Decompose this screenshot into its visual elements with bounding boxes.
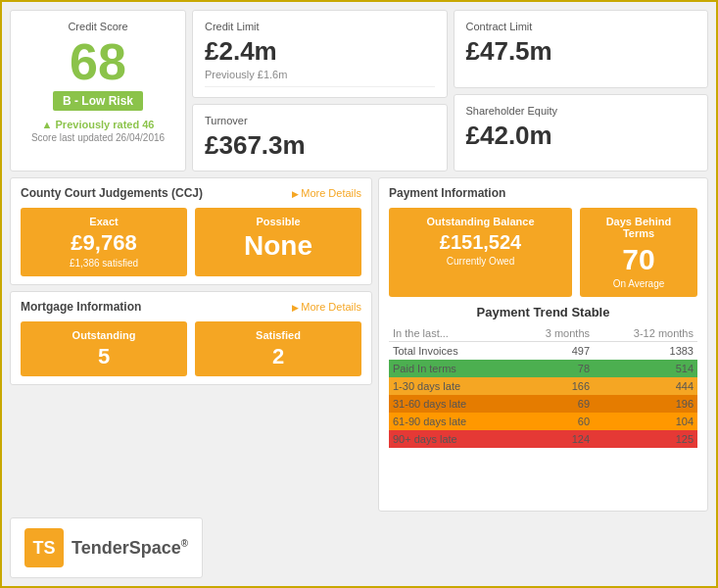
ccj-title: County Court Judgements (CCJ) <box>21 186 203 200</box>
dashboard: Credit Score 68 B - Low Risk Previously … <box>0 0 718 588</box>
outstanding-balance-value: £151,524 <box>399 231 562 253</box>
payment-info-panel: Payment Information Outstanding Balance … <box>378 177 708 512</box>
shareholder-equity-value: £42.0m <box>466 121 696 151</box>
table-col3: 3-12 months <box>594 325 697 342</box>
payment-table: In the last... 3 months 3-12 months Tota… <box>389 325 697 448</box>
credit-limit-label: Credit Limit <box>205 21 435 32</box>
credit-score-card: Credit Score 68 B - Low Risk Previously … <box>10 10 186 172</box>
middle-row: County Court Judgements (CCJ) More Detai… <box>10 177 708 512</box>
credit-score-value: 68 <box>23 36 173 87</box>
ccj-exact-label: Exact <box>30 216 177 227</box>
credit-score-updated: Score last updated 26/04/2016 <box>23 132 173 143</box>
credit-score-previously: Previously rated 46 <box>23 119 173 130</box>
payment-trend: Payment Trend Stable <box>389 305 697 319</box>
mortgage-title: Mortgage Information <box>21 300 141 314</box>
outstanding-balance-box: Outstanding Balance £151,524 Currently O… <box>389 208 572 297</box>
credit-limit-card: Credit Limit £2.4m Previously £1.6m <box>192 10 448 98</box>
table-cell: 104 <box>594 413 697 430</box>
shareholder-equity-card: Shareholder Equity £42.0m <box>454 94 709 172</box>
ccj-exact-box: Exact £9,768 £1,386 satisfied <box>21 208 187 276</box>
contract-limit-card: Contract Limit £47.5m <box>454 10 709 88</box>
table-cell: 514 <box>594 360 697 377</box>
payment-boxes: Outstanding Balance £151,524 Currently O… <box>389 208 697 297</box>
table-cell: 444 <box>594 377 697 395</box>
middle-col: Credit Limit £2.4m Previously £1.6m Turn… <box>192 10 448 172</box>
turnover-label: Turnover <box>205 115 435 126</box>
top-row: Credit Score 68 B - Low Risk Previously … <box>10 10 708 172</box>
mortgage-outstanding-box: Outstanding 5 <box>21 321 187 376</box>
payment-info-header: Payment Information <box>389 186 697 200</box>
table-cell: 69 <box>513 395 594 413</box>
ccj-more-details[interactable]: More Details <box>292 187 361 199</box>
ccj-possible-box: Possible None <box>195 208 361 276</box>
table-cell: 124 <box>513 430 594 448</box>
table-cell: 61-90 days late <box>389 413 513 430</box>
mortgage-header: Mortgage Information More Details <box>21 300 361 314</box>
contract-limit-value: £47.5m <box>466 36 696 67</box>
logo-name: TenderSpace® <box>72 538 188 559</box>
payment-trend-prefix: Payment Trend <box>477 305 568 319</box>
shareholder-equity-label: Shareholder Equity <box>466 105 696 117</box>
outstanding-balance-sub: Currently Owed <box>399 256 562 267</box>
table-cell: 497 <box>513 342 594 361</box>
mortgage-more-details[interactable]: More Details <box>292 301 361 313</box>
ccj-possible-label: Possible <box>205 216 352 227</box>
days-behind-sub: On Average <box>590 278 688 289</box>
mortgage-outstanding-value: 5 <box>30 345 177 368</box>
credit-limit-value: £2.4m <box>205 36 435 67</box>
table-cell: 78 <box>513 360 594 377</box>
table-cell: 125 <box>594 430 697 448</box>
mortgage-panel: Mortgage Information More Details Outsta… <box>10 291 372 385</box>
table-cell: 1-30 days late <box>389 377 513 395</box>
right-col: Contract Limit £47.5m Shareholder Equity… <box>454 10 709 172</box>
table-cell: 31-60 days late <box>389 395 513 413</box>
table-cell: 166 <box>513 377 594 395</box>
turnover-value: £367.3m <box>205 130 435 161</box>
table-cell: Total Invoices <box>389 342 513 361</box>
mortgage-satisfied-label: Satisfied <box>205 329 352 341</box>
contract-limit-label: Contract Limit <box>466 21 696 32</box>
ccj-panel: County Court Judgements (CCJ) More Detai… <box>10 177 372 285</box>
ccj-exact-sub: £1,386 satisfied <box>30 258 177 269</box>
credit-score-label: Credit Score <box>23 21 173 32</box>
ccj-header: County Court Judgements (CCJ) More Detai… <box>21 186 361 200</box>
days-behind-value: 70 <box>590 243 688 275</box>
right-col-mid: Payment Information Outstanding Balance … <box>378 177 708 512</box>
turnover-card: Turnover £367.3m <box>192 104 448 172</box>
payment-info-title: Payment Information <box>389 186 505 200</box>
payment-trend-value: Stable <box>571 305 609 319</box>
mortgage-boxes: Outstanding 5 Satisfied 2 <box>21 321 361 376</box>
table-cell: 196 <box>594 395 697 413</box>
outstanding-balance-label: Outstanding Balance <box>399 216 562 227</box>
mortgage-outstanding-label: Outstanding <box>30 329 177 341</box>
days-behind-box: Days Behind Terms 70 On Average <box>580 208 697 297</box>
bottom-row: TS TenderSpace® <box>10 517 708 578</box>
table-col1: In the last... <box>389 325 513 342</box>
logo-area: TS TenderSpace® <box>10 517 203 578</box>
table-cell: Paid In terms <box>389 360 513 377</box>
days-behind-label: Days Behind Terms <box>590 216 688 239</box>
ccj-boxes: Exact £9,768 £1,386 satisfied Possible N… <box>21 208 361 276</box>
mortgage-satisfied-value: 2 <box>205 345 352 368</box>
ccj-exact-value: £9,768 <box>30 231 177 255</box>
table-cell: 60 <box>513 413 594 430</box>
left-col-mid: County Court Judgements (CCJ) More Detai… <box>10 177 372 512</box>
logo-icon: TS <box>24 528 64 567</box>
mortgage-satisfied-box: Satisfied 2 <box>195 321 361 376</box>
table-col2: 3 months <box>513 325 594 342</box>
credit-score-badge: B - Low Risk <box>53 91 143 111</box>
table-cell: 90+ days late <box>389 430 513 448</box>
ccj-possible-value: None <box>205 231 352 262</box>
table-cell: 1383 <box>594 342 697 361</box>
credit-limit-sub: Previously £1.6m <box>205 69 435 80</box>
logo-text-name: TenderSpace <box>72 538 181 558</box>
logo-registered: ® <box>181 538 188 549</box>
